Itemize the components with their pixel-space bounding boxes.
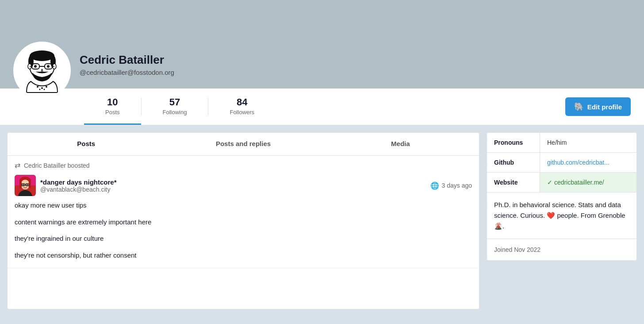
edit-profile-button[interactable]: 🐘 Edit profile <box>565 97 631 116</box>
post-author-name[interactable]: *danger days nightcore* <box>40 178 117 186</box>
joined-section: Joined Nov 2022 <box>487 239 636 260</box>
website-row: Website ✓ cedricbatailler.me/ <box>487 173 636 193</box>
post-item: *danger days nightcore* @vantablack@beac… <box>8 171 479 268</box>
joined-text: Joined Nov 2022 <box>494 246 540 253</box>
followers-label: Followers <box>230 109 254 116</box>
svg-point-17 <box>44 89 45 90</box>
svg-point-11 <box>34 65 37 68</box>
tab-posts-replies[interactable]: Posts and replies <box>165 133 322 155</box>
svg-point-15 <box>46 86 47 88</box>
post-content: okay more new user tips content warnings… <box>15 200 472 261</box>
svg-point-14 <box>41 87 43 89</box>
stat-followers[interactable]: 84 Followers <box>208 89 276 125</box>
post-tabs: Posts Posts and replies Media <box>8 133 479 156</box>
post-author-info: *danger days nightcore* @vantablack@beac… <box>40 178 117 193</box>
boost-header: ⇄ Cedric Batailler boosted <box>8 156 479 171</box>
followers-count: 84 <box>237 96 247 108</box>
svg-point-29 <box>27 184 28 185</box>
posts-label: Posts <box>105 109 120 116</box>
svg-point-28 <box>23 184 24 185</box>
tab-media[interactable]: Media <box>322 133 479 155</box>
profile-banner: Cedric Batailler @cedricbatailler@fossto… <box>0 0 644 89</box>
post-line-3: they're ingrained in our culture <box>15 233 472 244</box>
mastodon-icon: 🐘 <box>574 102 584 112</box>
stats-bar: 10 Posts 57 Following 84 Followers 🐘 Edi… <box>0 89 644 125</box>
boost-text: Cedric Batailler boosted <box>24 162 90 169</box>
svg-point-16 <box>39 89 41 90</box>
svg-point-13 <box>37 86 38 88</box>
tab-posts[interactable]: Posts <box>8 133 165 155</box>
github-label: Github <box>487 153 540 172</box>
pronouns-label: Pronouns <box>487 133 540 152</box>
svg-rect-24 <box>29 179 31 188</box>
profile-name-block: Cedric Batailler @cedricbatailler@fossto… <box>80 53 174 81</box>
posts-column: Posts Posts and replies Media ⇄ Cedric B… <box>7 132 479 309</box>
main-content: Posts Posts and replies Media ⇄ Cedric B… <box>0 125 644 309</box>
following-label: Following <box>163 109 187 116</box>
post-line-4: they're not censorship, but rather conse… <box>15 250 472 261</box>
post-author-row: *danger days nightcore* @vantablack@beac… <box>15 175 472 196</box>
github-row: Github github.com/cedricbat... <box>487 153 636 173</box>
post-author-handle: @vantablack@beach.city <box>40 186 117 193</box>
svg-point-12 <box>47 65 50 68</box>
post-avatar[interactable] <box>15 175 36 196</box>
bio-section: Ph.D. in behavioral science. Stats and d… <box>487 193 636 239</box>
post-line-2: content warnings are extremely important… <box>15 216 472 228</box>
github-value[interactable]: github.com/cedricbat... <box>540 153 636 172</box>
pronouns-row: Pronouns He/him <box>487 133 636 153</box>
stat-following[interactable]: 57 Following <box>142 89 208 125</box>
profile-info-card: Pronouns He/him Github github.com/cedric… <box>487 132 637 261</box>
profile-info-column: Pronouns He/him Github github.com/cedric… <box>487 132 637 309</box>
post-timestamp: 🌐 3 days ago <box>430 181 472 190</box>
svg-rect-23 <box>19 179 22 188</box>
boost-icon: ⇄ <box>15 161 20 170</box>
following-count: 57 <box>169 96 180 108</box>
profile-name: Cedric Batailler <box>80 53 174 67</box>
globe-icon: 🌐 <box>430 181 439 190</box>
website-label: Website <box>487 173 540 192</box>
stat-posts[interactable]: 10 Posts <box>84 89 141 125</box>
bio-text: Ph.D. in behavioral science. Stats and d… <box>494 201 625 230</box>
timestamp-text: 3 days ago <box>442 182 472 189</box>
posts-count: 10 <box>107 96 118 108</box>
website-value[interactable]: ✓ cedricbatailler.me/ <box>540 173 636 192</box>
avatar <box>13 42 71 99</box>
post-line-1: okay more new user tips <box>15 200 472 211</box>
edit-profile-label: Edit profile <box>587 103 622 111</box>
pronouns-value: He/him <box>540 133 636 152</box>
profile-handle: @cedricbatailler@fosstodon.org <box>80 69 174 76</box>
